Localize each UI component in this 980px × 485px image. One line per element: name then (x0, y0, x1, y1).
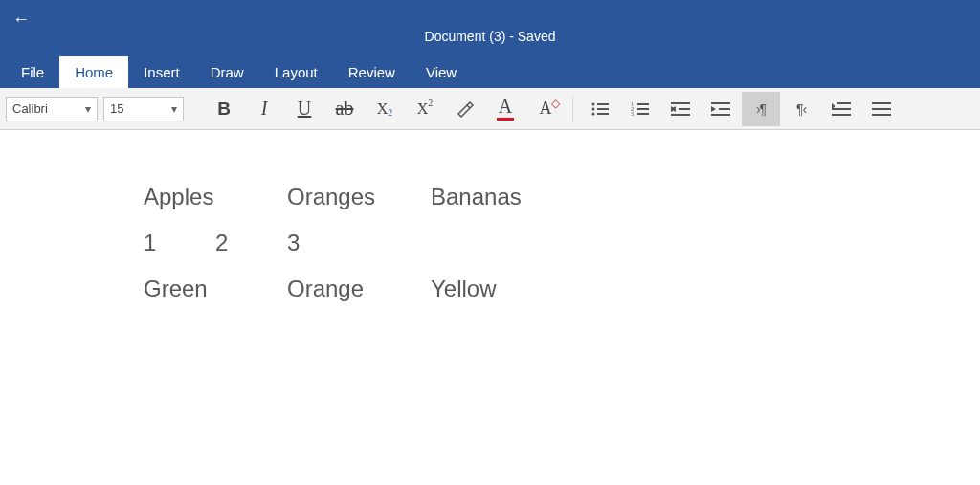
special-indent-button[interactable] (822, 92, 860, 126)
svg-rect-23 (832, 108, 851, 110)
underline-button[interactable]: U (285, 92, 323, 126)
tab-draw[interactable]: Draw (195, 56, 259, 88)
cell[interactable]: Oranges (287, 174, 431, 220)
svg-rect-3 (597, 108, 609, 110)
svg-marker-18 (711, 106, 716, 112)
font-size-value: 15 (110, 101, 123, 116)
svg-rect-15 (679, 108, 690, 110)
bulleted-list-button[interactable] (581, 92, 619, 126)
table-row: Apples Oranges Bananas (144, 174, 574, 220)
font-name-value: Calibri (12, 101, 48, 116)
svg-text:3: 3 (631, 111, 634, 117)
chevron-down-icon: ▾ (85, 102, 91, 116)
increase-indent-button[interactable] (702, 92, 740, 126)
svg-rect-9 (637, 108, 649, 110)
special-indent-icon (832, 101, 851, 117)
font-color-icon: A (499, 97, 512, 116)
align-icon (872, 101, 891, 117)
align-button[interactable] (862, 92, 901, 126)
bold-button[interactable]: B (205, 92, 243, 126)
svg-rect-20 (711, 114, 730, 116)
tab-file[interactable]: File (6, 56, 59, 88)
svg-rect-25 (872, 102, 891, 104)
cell[interactable]: Bananas (431, 174, 574, 220)
svg-rect-11 (637, 113, 649, 115)
pilcrow-rtl-icon: ¶‹ (796, 101, 806, 117)
tab-review[interactable]: Review (333, 56, 411, 88)
cell[interactable]: 1 (144, 220, 215, 266)
highlighter-icon (456, 99, 475, 119)
svg-rect-12 (671, 102, 690, 104)
pilcrow-ltr-icon: ›¶ (756, 101, 766, 117)
cell[interactable]: Orange (287, 266, 431, 312)
tab-view[interactable]: View (411, 56, 472, 88)
ltr-paragraph-button[interactable]: ›¶ (742, 92, 780, 126)
font-color-button[interactable]: A (486, 92, 524, 126)
menu-bar: File Home Insert Draw Layout Review View (0, 55, 980, 88)
chevron-down-icon: ▾ (171, 102, 177, 116)
svg-rect-22 (837, 102, 851, 104)
svg-point-4 (592, 112, 595, 115)
table-row: Green Orange Yellow (144, 266, 574, 312)
cell[interactable]: 3 (287, 220, 431, 266)
decrease-indent-icon (671, 101, 690, 117)
arrow-left-icon: ← (12, 10, 30, 30)
numbered-list-icon: 123 (631, 101, 650, 117)
increase-indent-icon (711, 101, 730, 117)
svg-rect-16 (671, 114, 690, 116)
cell[interactable]: Green (144, 266, 287, 312)
svg-rect-7 (637, 103, 649, 105)
svg-rect-17 (711, 102, 730, 104)
title-bar: ← Document (3) - Saved (0, 0, 980, 55)
document-table: Apples Oranges Bananas 1 2 3 Green Orang… (144, 174, 574, 312)
tab-home[interactable]: Home (59, 56, 128, 88)
decrease-indent-button[interactable] (661, 92, 700, 126)
font-size-combo[interactable]: 15 ▾ (103, 97, 184, 121)
svg-rect-24 (832, 114, 851, 116)
cell[interactable]: Apples (144, 174, 287, 220)
rtl-paragraph-button[interactable]: ¶‹ (782, 92, 820, 126)
tab-layout[interactable]: Layout (259, 56, 333, 88)
svg-point-0 (592, 102, 595, 105)
svg-rect-19 (719, 108, 730, 110)
numbered-list-button[interactable]: 123 (621, 92, 659, 126)
superscript-button[interactable]: X2 (406, 92, 444, 126)
svg-rect-1 (597, 103, 609, 105)
table-row: 1 2 3 (144, 220, 574, 266)
cell[interactable]: Yellow (431, 266, 574, 312)
cell[interactable]: 2 (215, 220, 287, 266)
document-title: Document (3) - Saved (425, 29, 556, 44)
svg-rect-27 (872, 114, 891, 116)
clear-formatting-icon: A◇ (540, 99, 552, 119)
ribbon-home: Calibri ▾ 15 ▾ B I U ab X2 X2 A A◇ 123 ›… (0, 88, 980, 130)
subscript-button[interactable]: X2 (366, 92, 404, 126)
back-button[interactable]: ← (8, 6, 34, 33)
strikethrough-button[interactable]: ab (325, 92, 364, 126)
svg-point-2 (592, 107, 595, 110)
document-canvas[interactable]: Apples Oranges Bananas 1 2 3 Green Orang… (0, 130, 980, 356)
italic-button[interactable]: I (245, 92, 283, 126)
font-name-combo[interactable]: Calibri ▾ (6, 97, 98, 121)
highlight-button[interactable] (446, 92, 484, 126)
clear-formatting-button[interactable]: A◇ (526, 92, 565, 126)
svg-rect-26 (872, 108, 891, 110)
bulleted-list-icon (590, 101, 610, 117)
separator (572, 96, 573, 122)
svg-rect-5 (597, 113, 609, 115)
tab-insert[interactable]: Insert (128, 56, 195, 88)
